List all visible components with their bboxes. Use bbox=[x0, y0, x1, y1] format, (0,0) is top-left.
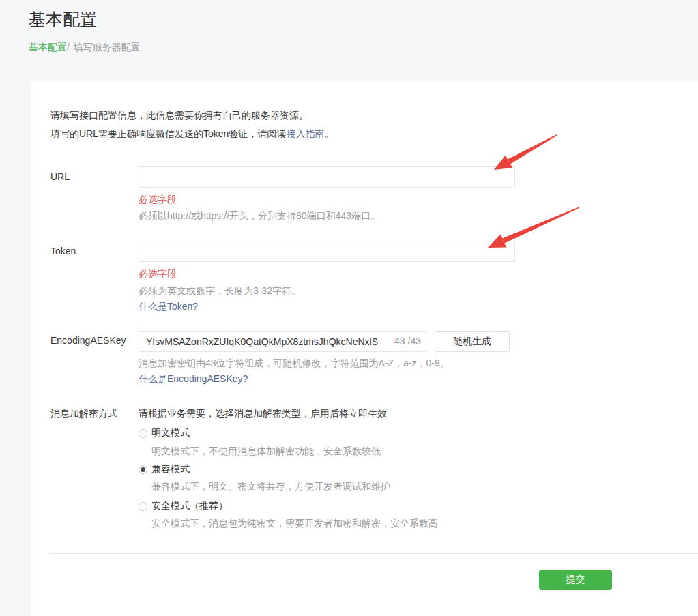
secure-radio-label: 安全模式（推荐） bbox=[151, 500, 228, 512]
plaintext-desc: 明文模式下，不使用消息体加解密功能，安全系数较低 bbox=[151, 445, 381, 458]
access-guide-link[interactable]: 接入指南 bbox=[286, 128, 324, 139]
what-is-token-link[interactable]: 什么是Token? bbox=[139, 301, 198, 312]
breadcrumb-next: 填写服务器配置 bbox=[74, 42, 141, 53]
encrypt-mode-intro: 请根据业务需要，选择消息加解密类型，启用后将立即生效 bbox=[139, 408, 387, 420]
token-input[interactable] bbox=[139, 241, 515, 262]
url-hint: 必须以http://或https://开头，分别支持80端口和443端口。 bbox=[139, 210, 380, 222]
breadcrumb: 基本配置/ 填写服务器配置 bbox=[29, 42, 141, 54]
aeskey-help-wrap: 什么是EncodingAESKey? bbox=[139, 373, 248, 385]
secure-radio[interactable] bbox=[139, 502, 147, 511]
submit-button[interactable]: 提交 bbox=[539, 570, 612, 590]
token-input-wrap bbox=[139, 241, 515, 262]
intro-line2-prefix: 填写的URL需要正确响应微信发送的Token验证，请阅读 bbox=[50, 128, 286, 139]
radio-option-secure[interactable]: 安全模式（推荐） bbox=[139, 500, 228, 512]
aeskey-input-wrap: 43 /43 bbox=[139, 331, 426, 352]
intro-text: 请填写接口配置信息，此信息需要你拥有自己的服务器资源。 填写的URL需要正确响应… bbox=[50, 106, 334, 143]
page-title: 基本配置 bbox=[29, 8, 97, 31]
token-help-wrap: 什么是Token? bbox=[139, 301, 198, 313]
intro-line2-suffix: 。 bbox=[324, 128, 334, 139]
radio-option-plaintext[interactable]: 明文模式 bbox=[139, 427, 190, 439]
breadcrumb-current-link[interactable]: 基本配置 bbox=[29, 42, 67, 53]
what-is-aeskey-link[interactable]: 什么是EncodingAESKey? bbox=[139, 373, 248, 384]
compatible-desc: 兼容模式下，明文、密文将共存，方便开发者调试和维护 bbox=[151, 481, 390, 493]
secure-desc: 安全模式下，消息包为纯密文，需要开发者加密和解密，安全系数高 bbox=[151, 518, 438, 530]
breadcrumb-separator: / bbox=[67, 42, 70, 53]
token-required-error: 必选字段 bbox=[139, 268, 177, 280]
url-required-error: 必选字段 bbox=[139, 194, 177, 206]
aeskey-input[interactable] bbox=[139, 331, 426, 352]
token-label: Token bbox=[50, 246, 76, 256]
intro-line2: 填写的URL需要正确响应微信发送的Token验证，请阅读接入指南。 bbox=[50, 125, 334, 143]
token-hint: 必须为英文或数字，长度为3-32字符。 bbox=[139, 285, 301, 297]
plaintext-radio[interactable] bbox=[139, 429, 147, 438]
encrypt-mode-label: 消息加解密方式 bbox=[50, 408, 117, 420]
url-input-wrap bbox=[139, 166, 515, 188]
compatible-radio[interactable] bbox=[139, 465, 147, 474]
aeskey-hint: 消息加密密钥由43位字符组成，可随机修改，字符范围为A-Z，a-z，0-9。 bbox=[139, 357, 450, 370]
url-input[interactable] bbox=[139, 166, 515, 188]
bottom-divider bbox=[50, 553, 698, 554]
config-panel: 请填写接口配置信息，此信息需要你拥有自己的服务器资源。 填写的URL需要正确响应… bbox=[31, 82, 698, 616]
radio-option-compatible[interactable]: 兼容模式 bbox=[139, 463, 190, 475]
plaintext-radio-label: 明文模式 bbox=[151, 427, 190, 439]
aeskey-label: EncodingAESKey bbox=[50, 335, 126, 346]
intro-line1: 请填写接口配置信息，此信息需要你拥有自己的服务器资源。 bbox=[50, 106, 334, 125]
compatible-radio-label: 兼容模式 bbox=[151, 463, 190, 475]
random-generate-button[interactable]: 随机生成 bbox=[435, 331, 510, 352]
url-label: URL bbox=[50, 171, 70, 182]
